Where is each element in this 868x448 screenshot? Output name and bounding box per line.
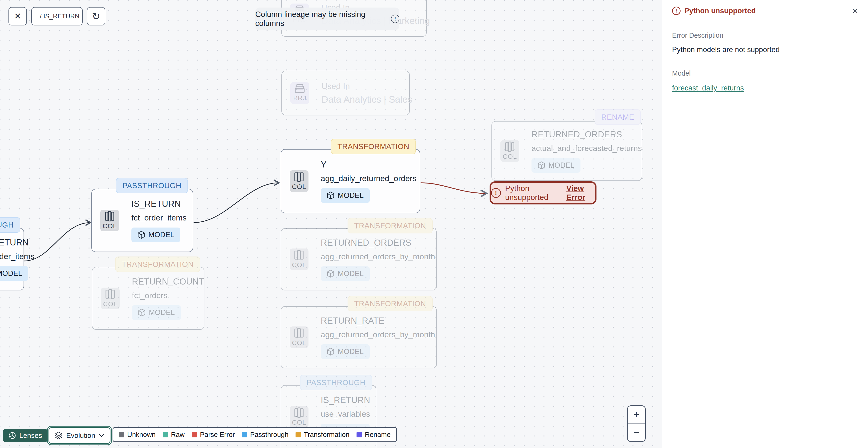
- zoom-in-button[interactable]: +: [628, 406, 645, 424]
- view-error-link[interactable]: View Error: [566, 184, 595, 202]
- legend-item: Unknown: [119, 431, 156, 439]
- model-chip: MODEL: [132, 305, 181, 320]
- error-detail-panel: ! Python unsupported ✕ Error Description…: [662, 0, 868, 448]
- badge-transformation: TRANSFORMATION: [348, 296, 433, 311]
- edge-y-to-error: [421, 183, 487, 193]
- node-subtitle: agg_returned_orders_by_month: [321, 330, 435, 339]
- model-chip: MODEL: [321, 266, 370, 281]
- close-lineage-button[interactable]: ✕: [8, 7, 27, 25]
- model-label: Model: [672, 69, 858, 77]
- node-title: Y: [321, 160, 327, 170]
- badge-transformation: TRANSFORMATION: [348, 218, 433, 233]
- badge-passthrough: PASSTHROUGH: [0, 217, 20, 233]
- close-icon: ✕: [14, 11, 21, 21]
- project-icon: PRJ: [290, 82, 309, 104]
- node-title: RETURNED_ORDERS: [531, 129, 622, 140]
- node-subtitle: fct_orders: [132, 291, 167, 300]
- refresh-button[interactable]: ↻: [87, 7, 105, 25]
- lens-icon: [8, 432, 16, 439]
- node-returned-orders-by-month[interactable]: TRANSFORMATION COL RETURNED_ORDERS agg_r…: [281, 228, 437, 291]
- badge-passthrough: PASSTHROUGH: [116, 178, 188, 193]
- breadcrumb[interactable]: .. / IS_RETURN: [31, 7, 83, 25]
- legend-swatch: [296, 432, 301, 438]
- column-icon: COL: [290, 326, 309, 348]
- legend-item: Raw: [163, 431, 185, 439]
- model-link[interactable]: forecast_daily_returns: [672, 84, 744, 92]
- node-title: IS_RETURN: [0, 238, 29, 247]
- node-return-count[interactable]: TRANSFORMATION COL RETURN_COUNT fct_orde…: [92, 267, 205, 330]
- lens-legend: Unknown Raw Parse Error Passthrough Tran…: [113, 427, 397, 442]
- chevron-down-icon: [99, 434, 104, 437]
- node-return-rate[interactable]: TRANSFORMATION COL RETURN_RATE agg_retur…: [281, 306, 437, 368]
- lenses-button[interactable]: Lenses: [3, 429, 48, 442]
- badge-rename: RENAME: [595, 109, 641, 125]
- node-title: RETURNED_ORDERS: [321, 238, 411, 248]
- edge-isreturn-to-y: [193, 183, 279, 222]
- node-subtitle: actual_and_forecasted_returns: [531, 144, 642, 153]
- badge-transformation: TRANSFORMATION: [331, 139, 416, 154]
- lineage-canvas[interactable]: PRJ Used In Data Analytics | Marketing P…: [0, 0, 662, 448]
- legend-item: Transformation: [296, 431, 349, 439]
- column-icon: COL: [500, 140, 519, 162]
- column-icon: COL: [101, 288, 120, 309]
- error-description-value: Python models are not supported: [672, 46, 858, 54]
- legend-swatch: [356, 432, 362, 438]
- column-icon: COL: [290, 248, 309, 270]
- zoom-controls: + −: [627, 406, 646, 442]
- badge-transformation: TRANSFORMATION: [115, 257, 200, 272]
- legend-swatch: [192, 432, 197, 438]
- error-description-label: Error Description: [672, 32, 858, 39]
- legend-item: Passthrough: [242, 431, 288, 439]
- panel-header: ! Python unsupported ✕: [662, 0, 868, 22]
- model-chip: MODEL: [131, 228, 180, 242]
- lineage-warning-tooltip: Column lineage may be missing columns i: [255, 7, 399, 30]
- layers-icon: [55, 431, 62, 440]
- node-title: IS_RETURN: [131, 199, 181, 209]
- node-is-return-left-partial[interactable]: PASSTHROUGH COL IS_RETURN fct_order_item…: [0, 228, 24, 291]
- evolution-lens-dropdown[interactable]: Evolution: [49, 427, 111, 444]
- badge-passthrough: PASSTHROUGH: [300, 375, 372, 390]
- node-is-return-fct-order-items[interactable]: PASSTHROUGH COL IS_RETURN fct_order_item…: [91, 189, 193, 252]
- refresh-icon: ↻: [92, 10, 100, 22]
- node-subtitle: agg_daily_returned_orders: [321, 174, 416, 183]
- model-chip: MODEL: [0, 266, 28, 281]
- error-node-label: Python unsupported: [505, 184, 557, 202]
- zoom-out-button[interactable]: −: [628, 424, 645, 441]
- node-used-in-label: Used In: [321, 82, 350, 91]
- legend-swatch: [119, 432, 124, 438]
- node-title: RETURN_COUNT: [132, 277, 204, 287]
- node-title: IS_RETURN: [321, 395, 370, 405]
- column-icon: COL: [290, 406, 309, 428]
- legend-swatch: [163, 432, 168, 438]
- panel-close-icon[interactable]: ✕: [852, 7, 858, 15]
- node-subtitle: agg_returned_orders_by_month: [321, 252, 435, 261]
- node-used-in-sales[interactable]: PRJ Used In Data Analytics | Sales: [281, 71, 410, 115]
- column-icon: COL: [290, 170, 309, 192]
- column-icon: COL: [100, 210, 119, 231]
- node-subtitle: fct_order_items: [0, 252, 34, 261]
- warning-icon: !: [491, 188, 501, 198]
- legend-swatch: [242, 432, 247, 438]
- node-title: Data Analytics | Sales: [321, 94, 412, 105]
- node-title: RETURN_RATE: [321, 316, 384, 326]
- warning-icon: !: [672, 7, 681, 15]
- panel-title: Python unsupported: [684, 7, 848, 15]
- node-returned-orders-forecasted[interactable]: RENAME COL RETURNED_ORDERS actual_and_fo…: [492, 121, 642, 181]
- error-node-python-unsupported[interactable]: ! Python unsupported View Error: [490, 181, 596, 205]
- model-chip: MODEL: [321, 345, 370, 359]
- node-subtitle: fct_order_items: [131, 213, 186, 222]
- node-subtitle: use_variables: [321, 409, 370, 419]
- legend-item: Parse Error: [192, 431, 235, 439]
- model-chip: MODEL: [321, 188, 370, 203]
- model-chip: MODEL: [531, 158, 581, 173]
- legend-item: Rename: [356, 431, 391, 439]
- node-agg-daily-returned-orders[interactable]: TRANSFORMATION COL Y agg_daily_returned_…: [281, 149, 420, 213]
- info-icon[interactable]: i: [391, 14, 399, 23]
